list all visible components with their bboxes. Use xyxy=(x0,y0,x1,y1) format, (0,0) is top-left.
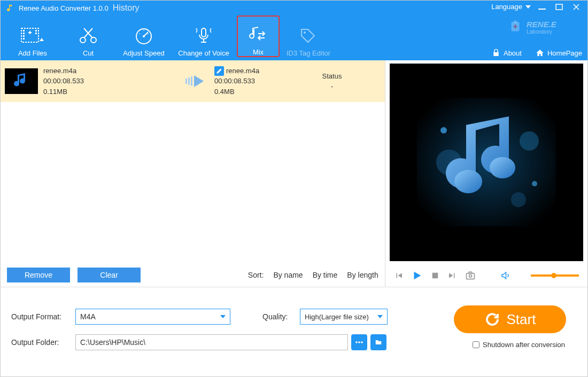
titlebar: Renee Audio Converter 1.0.0 History Lang… xyxy=(1,1,587,15)
language-label: Language xyxy=(491,3,522,11)
svg-point-16 xyxy=(304,32,306,34)
output-file-size: 0.4MB xyxy=(214,87,305,97)
change-voice-label: Change of Voice xyxy=(178,49,229,57)
svg-point-25 xyxy=(532,181,537,186)
volume-slider[interactable] xyxy=(531,274,579,277)
app-window: Renee Audio Converter 1.0.0 History Lang… xyxy=(0,0,588,377)
add-files-button[interactable]: Add Files xyxy=(6,15,59,57)
history-link[interactable]: History xyxy=(113,3,140,13)
svg-rect-19 xyxy=(191,76,192,86)
output-format-label: Output Format: xyxy=(11,312,75,321)
close-button[interactable] xyxy=(572,3,582,11)
language-selector[interactable]: Language xyxy=(491,3,531,11)
svg-rect-0 xyxy=(538,9,546,10)
clear-button[interactable]: Clear xyxy=(78,268,141,282)
adjust-speed-button[interactable]: Adjust Speed xyxy=(117,15,171,57)
snapshot-button[interactable] xyxy=(465,270,476,281)
cut-button[interactable]: Cut xyxy=(61,15,115,57)
preview-panel xyxy=(385,60,587,287)
start-label: Start xyxy=(507,311,536,328)
svg-point-24 xyxy=(440,127,447,133)
quality-label: Quality: xyxy=(262,312,300,321)
chevron-down-icon xyxy=(377,315,383,318)
sort-by-time[interactable]: By time xyxy=(313,271,338,279)
output-file-duration: 00:00:08.533 xyxy=(214,76,305,87)
header: Renee Audio Converter 1.0.0 History Lang… xyxy=(1,1,587,60)
home-icon xyxy=(536,49,544,57)
svg-point-30 xyxy=(469,274,471,277)
svg-rect-10 xyxy=(35,33,37,34)
titlebar-right: Language xyxy=(491,3,582,11)
maximize-button[interactable] xyxy=(555,3,565,11)
svg-point-32 xyxy=(358,341,360,343)
scissors-icon xyxy=(78,25,99,46)
mix-button[interactable]: Mix xyxy=(237,15,280,57)
brand-sub: Laboratory xyxy=(527,29,556,35)
svg-rect-6 xyxy=(23,33,25,34)
brand-logo: RENE.E Laboratory xyxy=(507,15,582,39)
shutdown-label: Shutdown after conversion xyxy=(483,341,565,349)
app-logo-icon xyxy=(6,4,14,12)
next-button[interactable] xyxy=(447,271,457,280)
chevron-down-icon xyxy=(525,5,531,9)
id3-editor-button[interactable]: ID3 Tag Editor xyxy=(282,15,335,57)
shutdown-checkbox-input[interactable] xyxy=(473,341,479,348)
content-area: renee.m4a 00:00:08.533 0.11MB renee.m4a … xyxy=(1,60,587,287)
svg-rect-29 xyxy=(466,273,474,279)
svg-rect-8 xyxy=(23,38,25,40)
tag-icon xyxy=(299,25,318,46)
quality-value: High(Larger file size) xyxy=(305,313,369,321)
speedometer-icon xyxy=(134,25,154,46)
minimize-button[interactable] xyxy=(538,3,548,11)
lock-icon xyxy=(492,49,500,57)
edit-icon[interactable] xyxy=(214,66,224,76)
homepage-label: HomePage xyxy=(547,49,582,57)
output-folder-input[interactable]: C:\Users\HP\Music\ xyxy=(75,334,348,350)
svg-rect-1 xyxy=(556,4,562,10)
svg-point-31 xyxy=(355,341,358,343)
stop-button[interactable] xyxy=(430,271,440,280)
quality-select[interactable]: High(Larger file size) xyxy=(300,309,388,325)
svg-point-33 xyxy=(361,341,363,343)
output-file-name: renee.m4a xyxy=(226,66,259,76)
input-file-size: 0.11MB xyxy=(43,87,182,97)
browse-folder-button[interactable] xyxy=(370,334,386,350)
change-voice-button[interactable]: Change of Voice xyxy=(173,15,235,57)
homepage-link[interactable]: HomePage xyxy=(536,49,582,57)
sort-label: Sort: xyxy=(248,271,264,279)
mix-icon xyxy=(249,23,268,45)
output-file-info: renee.m4a 00:00:08.533 0.4MB xyxy=(214,66,305,97)
svg-point-27 xyxy=(490,157,515,178)
svg-rect-28 xyxy=(432,273,438,279)
output-folder-label: Output Folder: xyxy=(11,338,75,347)
output-format-select[interactable]: M4A xyxy=(75,309,230,325)
sort-by-name[interactable]: By name xyxy=(273,271,303,279)
more-button[interactable] xyxy=(351,334,367,350)
play-button[interactable] xyxy=(411,270,423,281)
adjust-speed-label: Adjust Speed xyxy=(123,49,164,57)
output-folder-value: C:\Users\HP\Music\ xyxy=(80,338,145,347)
prev-button[interactable] xyxy=(394,271,404,280)
volume-icon[interactable] xyxy=(500,271,510,280)
file-status: Status - xyxy=(305,71,359,92)
sort-by-length[interactable]: By length xyxy=(347,271,378,279)
arrow-icon xyxy=(182,73,214,89)
remove-button[interactable]: Remove xyxy=(7,268,70,282)
input-file-duration: 00:00:08.533 xyxy=(43,76,182,87)
start-button[interactable]: Start xyxy=(454,305,566,333)
svg-rect-18 xyxy=(188,77,190,85)
input-file-info: renee.m4a 00:00:08.533 0.11MB xyxy=(43,66,182,97)
file-row[interactable]: renee.m4a 00:00:08.533 0.11MB renee.m4a … xyxy=(1,60,385,102)
svg-rect-5 xyxy=(23,30,25,32)
output-settings: Output Format: M4A Quality: High(Larger … xyxy=(1,287,587,377)
svg-point-23 xyxy=(511,192,526,207)
about-link[interactable]: About xyxy=(492,49,522,57)
shutdown-checkbox[interactable]: Shutdown after conversion xyxy=(473,341,565,349)
svg-rect-3 xyxy=(514,21,517,23)
add-files-label: Add Files xyxy=(18,49,47,57)
output-format-value: M4A xyxy=(80,312,96,321)
status-label: Status xyxy=(305,71,359,82)
input-file-name: renee.m4a xyxy=(43,66,182,76)
mix-label: Mix xyxy=(253,48,264,56)
svg-point-26 xyxy=(454,170,482,193)
